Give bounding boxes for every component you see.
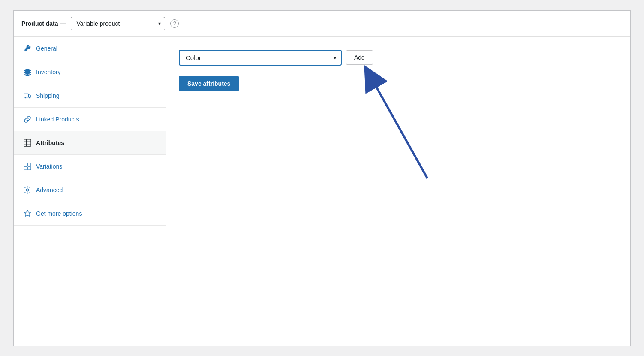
- svg-rect-10: [28, 166, 31, 169]
- sidebar-item-get-more-options[interactable]: Get more options: [14, 202, 166, 226]
- sidebar-item-inventory[interactable]: Inventory: [14, 60, 166, 84]
- add-attribute-button[interactable]: Add: [346, 50, 373, 65]
- attribute-select[interactable]: Color Size Material Custom attribute...: [179, 50, 342, 66]
- sidebar-label-shipping: Shipping: [36, 92, 60, 99]
- sidebar-label-get-more-options: Get more options: [36, 210, 82, 217]
- sidebar-item-shipping[interactable]: Shipping: [14, 84, 166, 108]
- star-icon: [23, 210, 32, 217]
- svg-point-11: [26, 189, 28, 191]
- grid-icon: [23, 163, 32, 170]
- attribute-select-wrapper: Color Size Material Custom attribute... …: [179, 50, 342, 66]
- product-data-box: Product data — Variable product Simple p…: [13, 10, 631, 346]
- truck-icon: [23, 92, 32, 100]
- svg-point-2: [29, 97, 30, 98]
- sidebar-item-general[interactable]: General: [14, 37, 166, 60]
- sidebar-label-variations: Variations: [36, 163, 62, 170]
- gear-icon: [23, 186, 32, 194]
- svg-rect-3: [24, 139, 31, 146]
- svg-line-12: [370, 76, 427, 178]
- sidebar-label-inventory: Inventory: [36, 69, 61, 75]
- sidebar-label-general: General: [36, 45, 57, 52]
- product-data-body: General Inventory: [14, 37, 630, 346]
- help-icon[interactable]: ?: [170, 19, 179, 28]
- product-data-header: Product data — Variable product Simple p…: [14, 11, 630, 37]
- product-data-label: Product data —: [21, 20, 66, 27]
- svg-point-1: [25, 97, 26, 98]
- svg-rect-0: [24, 94, 29, 97]
- annotation-arrow: [346, 58, 440, 187]
- attribute-row: Color Size Material Custom attribute... …: [179, 50, 617, 66]
- product-type-select[interactable]: Variable product Simple product Grouped …: [71, 17, 165, 30]
- layers-icon: [23, 68, 32, 76]
- sidebar-item-linked-products[interactable]: Linked Products: [14, 108, 166, 131]
- sidebar-label-advanced: Advanced: [36, 187, 63, 193]
- product-type-select-wrapper: Variable product Simple product Grouped …: [71, 17, 165, 30]
- svg-rect-7: [24, 163, 27, 166]
- sidebar-item-variations[interactable]: Variations: [14, 155, 166, 178]
- main-content: Color Size Material Custom attribute... …: [166, 37, 630, 346]
- link-icon: [23, 115, 32, 123]
- arrow-annotation: [346, 58, 440, 188]
- sidebar-label-linked-products: Linked Products: [36, 116, 79, 123]
- sidebar-label-attributes: Attributes: [36, 139, 64, 146]
- sidebar-item-advanced[interactable]: Advanced: [14, 178, 166, 202]
- table-icon: [23, 139, 32, 147]
- wrench-icon: [23, 45, 32, 52]
- sidebar: General Inventory: [14, 37, 166, 346]
- sidebar-item-attributes[interactable]: Attributes: [14, 131, 166, 155]
- svg-rect-8: [28, 163, 31, 166]
- svg-rect-9: [24, 166, 27, 169]
- save-attributes-button[interactable]: Save attributes: [179, 76, 239, 91]
